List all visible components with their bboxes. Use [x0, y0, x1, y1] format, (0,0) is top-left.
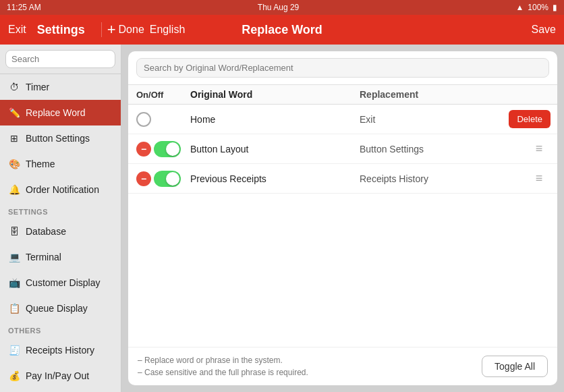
- theme-icon: 🎨: [8, 158, 20, 170]
- customer-display-icon: 📺: [8, 277, 20, 289]
- content-footer: – Replace word or phrase in the system. …: [128, 347, 557, 385]
- database-icon: 🗄: [8, 225, 20, 237]
- table-row: − Previous Receipts Receipts History ≡: [128, 164, 557, 194]
- toggle-knob: [166, 172, 179, 186]
- receipts-history-icon: 🧾: [8, 344, 20, 356]
- terminal-icon: 💻: [8, 251, 20, 263]
- footer-notes: – Replace word or phrase in the system. …: [138, 354, 308, 379]
- row-home-delete-button[interactable]: Delete: [509, 110, 551, 128]
- row-previous-receipts-drag[interactable]: ≡: [529, 171, 549, 186]
- content-search-container: [128, 51, 557, 85]
- pay-in-pay-out-icon: 💰: [8, 370, 20, 382]
- header-original: Original Word: [190, 89, 360, 100]
- exit-button[interactable]: Exit: [8, 24, 26, 36]
- table-header: On/Off Original Word Replacement: [128, 85, 557, 105]
- sidebar-item-database[interactable]: 🗄 Database: [0, 219, 121, 244]
- row-home-replacement: Exit: [360, 114, 529, 125]
- row-previous-receipts-replacement: Receipts History: [360, 173, 529, 184]
- sidebar-item-database-label: Database: [26, 226, 66, 237]
- row-home-original: Home: [190, 114, 360, 125]
- sidebar-item-timer-label: Timer: [26, 82, 49, 92]
- row-home-toggle-container: [136, 112, 190, 127]
- row-button-layout-original: Button Layout: [190, 144, 360, 155]
- others-section-label: OTHERS: [0, 321, 121, 337]
- settings-section-label: SETTINGS: [0, 202, 121, 219]
- row-previous-receipts-original: Previous Receipts: [190, 173, 360, 184]
- footer-note-1: – Replace word or phrase in the system.: [138, 354, 308, 366]
- done-button[interactable]: Done: [119, 24, 144, 36]
- footer-note-2: – Case sensitive and the full phrase is …: [138, 366, 308, 379]
- status-time: 11:25 AM: [7, 3, 41, 12]
- main-layout: ⏱ Timer ✏️ Replace Word ⊞ Button Setting…: [0, 45, 564, 392]
- sidebar-item-pay-in-pay-out[interactable]: 💰 Pay In/Pay Out: [0, 363, 121, 389]
- page-title: Replace Word: [242, 23, 322, 37]
- table-row: Home Exit ≡ Delete: [128, 105, 557, 134]
- header-drag: [529, 89, 549, 100]
- replace-word-icon: ✏️: [8, 107, 20, 119]
- sidebar-search-input[interactable]: [5, 50, 115, 68]
- toggle-knob: [166, 142, 179, 156]
- sidebar-item-receipts-history-label: Receipts History: [26, 345, 94, 356]
- sidebar-item-receipts-history[interactable]: 🧾 Receipts History: [0, 337, 121, 363]
- sidebar-item-terminal[interactable]: 💻 Terminal: [0, 244, 121, 270]
- toggle-all-button[interactable]: Toggle All: [482, 356, 548, 377]
- status-date: Thu Aug 29: [258, 3, 299, 12]
- sidebar-item-customer-display-label: Customer Display: [26, 277, 100, 288]
- queue-display-icon: 📋: [8, 302, 20, 314]
- save-button[interactable]: Save: [532, 24, 556, 36]
- sidebar-item-theme[interactable]: 🎨 Theme: [0, 151, 121, 177]
- add-button[interactable]: +: [107, 21, 116, 38]
- row-button-layout-toggle-container: −: [136, 141, 190, 157]
- sidebar-item-order-notification[interactable]: 🔔 Order Notification: [0, 177, 121, 202]
- row-previous-receipts-toggle-container: −: [136, 171, 190, 187]
- status-bar: 11:25 AM Thu Aug 29 ▲ 100% ▮: [0, 0, 564, 15]
- sidebar-item-custody[interactable]: 🔐 Custody: [0, 389, 121, 392]
- sidebar-item-button-settings[interactable]: ⊞ Button Settings: [0, 125, 121, 151]
- wifi-icon: ▲: [515, 3, 524, 12]
- sidebar-item-replace-word-label: Replace Word: [26, 107, 85, 118]
- row-previous-receipts-toggle[interactable]: [154, 171, 181, 187]
- row-home-toggle[interactable]: [136, 112, 151, 127]
- table-row: − Button Layout Button Settings ≡: [128, 134, 557, 164]
- sidebar-search-container: [0, 45, 121, 74]
- header-onoff: On/Off: [136, 89, 190, 100]
- sidebar: ⏱ Timer ✏️ Replace Word ⊞ Button Setting…: [0, 45, 121, 392]
- row-button-layout-toggle[interactable]: [154, 141, 181, 157]
- sidebar-item-button-settings-label: Button Settings: [26, 133, 90, 144]
- order-notification-icon: 🔔: [8, 184, 20, 196]
- header-replacement: Replacement: [360, 89, 529, 100]
- sidebar-item-terminal-label: Terminal: [26, 252, 61, 262]
- header-divider: [101, 22, 102, 37]
- row-previous-receipts-minus[interactable]: −: [136, 171, 151, 186]
- sidebar-item-theme-label: Theme: [26, 159, 55, 169]
- row-button-layout-replacement: Button Settings: [360, 144, 529, 155]
- settings-title: Settings: [37, 23, 85, 37]
- timer-icon: ⏱: [8, 81, 20, 93]
- sidebar-item-timer[interactable]: ⏱ Timer: [0, 74, 121, 100]
- content-area: On/Off Original Word Replacement Home Ex…: [121, 45, 564, 392]
- sidebar-item-customer-display[interactable]: 📺 Customer Display: [0, 270, 121, 296]
- battery-label: 100%: [528, 3, 548, 12]
- language-label[interactable]: English: [150, 24, 185, 36]
- sidebar-item-queue-display-label: Queue Display: [26, 303, 88, 314]
- sidebar-item-queue-display[interactable]: 📋 Queue Display: [0, 296, 121, 321]
- battery-icon: ▮: [553, 3, 557, 12]
- button-settings-icon: ⊞: [8, 132, 20, 144]
- sidebar-item-order-notification-label: Order Notification: [26, 184, 99, 195]
- sidebar-item-replace-word[interactable]: ✏️ Replace Word: [0, 100, 121, 125]
- header: Exit Settings + Done English Replace Wor…: [0, 15, 564, 45]
- row-button-layout-minus[interactable]: −: [136, 142, 151, 157]
- content-spacer: [128, 194, 557, 347]
- content-search-input[interactable]: [136, 58, 549, 78]
- row-button-layout-drag[interactable]: ≡: [529, 142, 549, 156]
- content-inner: On/Off Original Word Replacement Home Ex…: [128, 51, 557, 385]
- sidebar-item-pay-in-pay-out-label: Pay In/Pay Out: [26, 370, 89, 381]
